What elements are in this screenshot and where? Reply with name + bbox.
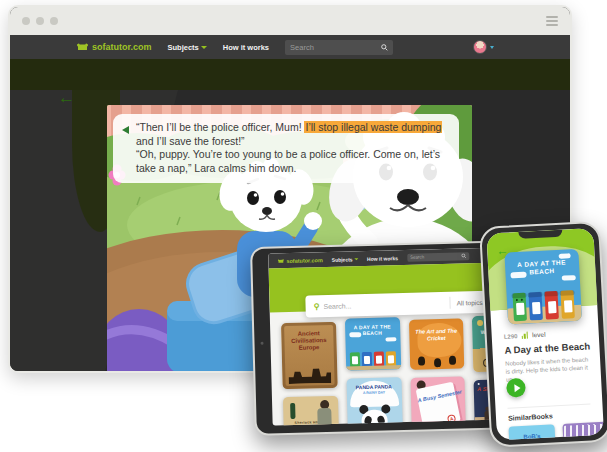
similar-books-row: BoB's	[508, 421, 604, 440]
nav-search-box	[285, 40, 393, 55]
sofatutor-logo[interactable]: sofatutor.com	[277, 257, 323, 264]
nav-item-subjects[interactable]: Subjects	[332, 256, 358, 263]
search-icon[interactable]	[461, 253, 466, 258]
library-search-input[interactable]	[323, 299, 443, 309]
story-text-box: “Then I’ll be the police officer, Mum! I…	[113, 114, 459, 183]
recycling-bins	[506, 290, 581, 322]
user-menu[interactable]	[473, 40, 494, 54]
play-button[interactable]	[506, 378, 526, 398]
tablet-camera-icon	[260, 341, 263, 344]
site-navbar: sofatutor.com Subjects How it works	[10, 35, 570, 59]
cloud	[561, 275, 575, 281]
topics-dropdown[interactable]: All topics	[457, 298, 483, 306]
story-text: “Then I’ll be the police officer, Mum!	[136, 121, 304, 133]
story-text: and I’ll save the forest!”	[136, 135, 245, 147]
marketing-composition: sofatutor.com Subjects How it works ←	[0, 0, 607, 452]
book-title: A Day at the Beach	[504, 340, 590, 355]
avatar[interactable]	[473, 40, 487, 54]
sofa-icon	[76, 42, 89, 52]
nav-item-how-it-works[interactable]: How it works	[223, 43, 269, 52]
book-cover-day-at-the-beach[interactable]: A DAY AT THE BEACH	[345, 317, 401, 370]
book-cover-day-at-the-beach[interactable]: A DAY AT THE BEACH	[504, 249, 582, 325]
hamburger-menu-icon[interactable]	[546, 16, 558, 26]
book-cover-art-and-cricket[interactable]: The Art and The Cricket	[408, 318, 464, 369]
tree-pattern	[564, 424, 605, 441]
cover-silhouettes	[288, 368, 331, 384]
chevron-down-icon	[490, 46, 494, 49]
window-dot-icon	[50, 17, 58, 25]
cricket	[449, 356, 456, 365]
cricket	[433, 358, 440, 367]
highlighted-phrase: I’ll stop illegal waste dumping	[304, 121, 442, 133]
window-dot-icon	[22, 17, 30, 25]
sofa-icon	[277, 258, 284, 264]
search-icon: ⚲	[313, 302, 319, 311]
sofatutor-logo[interactable]: sofatutor.com	[76, 42, 152, 52]
cricket	[417, 356, 424, 365]
logo-text: sofatutor.com	[92, 42, 152, 52]
nav-search-box	[407, 252, 469, 262]
browser-chrome-bar	[10, 7, 570, 35]
library-search-bar: ⚲ All topics ⌄	[305, 290, 502, 317]
sand	[346, 365, 401, 370]
similar-book-forest[interactable]	[562, 421, 604, 440]
book-cover-busy-semester[interactable]: A Busy Semester A	[410, 376, 466, 425]
reader-header-band	[10, 59, 570, 90]
level-info-row: L290 level	[504, 331, 546, 340]
level-code: L290	[504, 333, 518, 340]
cloud	[385, 337, 396, 341]
sentence-marker-icon	[122, 126, 129, 134]
story-text-line2: “Oh, puppy. You’re too young to be a pol…	[136, 148, 440, 174]
phone-device: ← A DAY AT THE BEACH L290 level A Day at…	[479, 221, 607, 448]
chevron-down-icon	[201, 46, 207, 49]
nav-item-how-it-works[interactable]: How it works	[367, 255, 398, 262]
search-input[interactable]	[410, 253, 461, 259]
book-cover-panda-panda[interactable]: PANDA PANDAA RAINY DAY	[346, 377, 402, 425]
back-arrow-icon[interactable]: ←	[58, 90, 75, 108]
divider	[507, 403, 590, 408]
book-cover-ancient-civilisations[interactable]: Ancient Civilisations Europe	[281, 322, 337, 389]
level-label: level	[532, 331, 546, 339]
cover-bottle	[290, 403, 295, 419]
nav-item-subjects[interactable]: Subjects	[168, 43, 207, 52]
chevron-down-icon	[354, 258, 358, 260]
level-chart-icon	[521, 332, 528, 339]
similar-book-bobs[interactable]: BoB's	[508, 424, 556, 440]
similar-books-heading: SimilarBooks	[508, 412, 553, 421]
book-cover-scandal-in-bohemia[interactable]: Sherlock Holmes A Scandal in Bohemia	[283, 396, 339, 426]
window-dot-icon	[36, 17, 44, 25]
divider	[449, 297, 450, 309]
cover-figure	[317, 400, 332, 426]
phone-screen: ← A DAY AT THE BEACH L290 level A Day at…	[486, 228, 604, 440]
search-icon[interactable]	[381, 44, 388, 51]
search-input[interactable]	[290, 43, 381, 52]
panda-face	[361, 409, 388, 425]
